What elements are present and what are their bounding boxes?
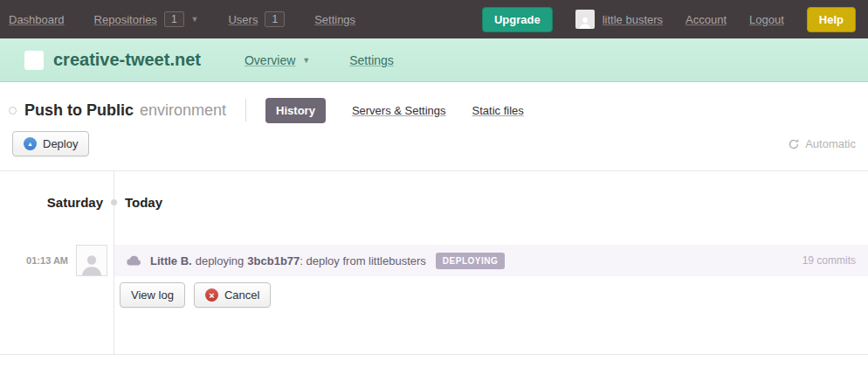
event-user-avatar <box>76 245 107 276</box>
person-icon <box>79 251 104 275</box>
site-nav-overview[interactable]: Overview ▼ <box>245 53 310 67</box>
event-message: : deploy from littlebusters <box>300 254 426 267</box>
nav-users-label[interactable]: Users <box>228 13 258 26</box>
site-favicon <box>24 51 44 70</box>
environment-type-label: environment <box>140 101 226 120</box>
current-user[interactable]: little busters <box>575 10 663 29</box>
site-nav-settings[interactable]: Settings <box>349 53 394 67</box>
event-time: 01:13 AM <box>26 255 68 266</box>
automatic-label: Automatic <box>805 137 856 150</box>
nav-dashboard[interactable]: Dashboard <box>9 13 65 26</box>
site-name: creative-tweet.net <box>53 50 201 70</box>
upgrade-button[interactable]: Upgrade <box>482 7 553 32</box>
commit-count: 19 commits <box>803 254 856 267</box>
topbar-right-nav: Upgrade little busters Account Logout He… <box>482 7 856 32</box>
nav-repositories[interactable]: Repositories 1 ▼ <box>94 11 199 27</box>
view-log-label: View log <box>131 288 174 302</box>
automatic-deploy-toggle[interactable]: Automatic <box>788 137 856 150</box>
deploy-toolbar: ▲ Deploy Automatic <box>0 121 868 156</box>
tab-history[interactable]: History <box>265 98 326 123</box>
chevron-down-icon[interactable]: ▼ <box>302 56 310 65</box>
nav-account[interactable]: Account <box>685 13 727 26</box>
tab-static-files[interactable]: Static files <box>472 104 524 117</box>
event-commit-hash: 3bcb1b77 <box>247 254 300 267</box>
user-avatar <box>575 10 595 29</box>
environment-status-icon <box>9 107 17 115</box>
deploy-button-label: Deploy <box>43 137 78 150</box>
divider <box>245 99 246 122</box>
current-day-label: Today <box>125 195 162 210</box>
timeline-day-headers: Saturday Today <box>0 195 868 210</box>
chevron-down-icon[interactable]: ▼ <box>191 15 199 24</box>
event-meta: 01:13 AM <box>0 245 114 276</box>
deploy-button[interactable]: ▲ Deploy <box>12 131 89 156</box>
nav-settings[interactable]: Settings <box>314 13 355 26</box>
cloud-icon <box>127 255 142 266</box>
status-badge: DEPLOYING <box>436 253 505 269</box>
site-header-bar: creative-tweet.net Overview ▼ Settings <box>0 38 868 82</box>
nav-repositories-label[interactable]: Repositories <box>94 13 157 26</box>
users-count-badge: 1 <box>265 11 285 27</box>
environment-name: Push to Public <box>24 101 134 120</box>
tab-servers-settings[interactable]: Servers & Settings <box>352 104 446 117</box>
deployment-event-row: 01:13 AM Little B. deploying 3bcb1b77 : … <box>0 245 868 276</box>
event-action: deploying <box>196 254 245 267</box>
previous-day-label: Saturday <box>0 195 103 210</box>
repositories-count-badge: 1 <box>164 11 184 27</box>
event-actor: Little B. <box>150 254 192 267</box>
help-button[interactable]: Help <box>807 7 856 32</box>
refresh-icon <box>788 138 800 150</box>
topbar-left-nav: Dashboard Repositories 1 ▼ Users 1 Setti… <box>9 11 355 27</box>
top-navigation-bar: Dashboard Repositories 1 ▼ Users 1 Setti… <box>0 0 868 38</box>
cancel-button[interactable]: × Cancel <box>194 282 271 308</box>
cancel-x-icon: × <box>205 288 218 302</box>
environment-header: Push to Public environment History Serve… <box>0 82 868 121</box>
timeline-dot <box>111 199 117 205</box>
event-action-buttons: View log × Cancel <box>120 282 271 308</box>
deployment-event[interactable]: Little B. deploying 3bcb1b77 : deploy fr… <box>114 245 868 276</box>
nav-logout[interactable]: Logout <box>749 13 784 26</box>
cancel-label: Cancel <box>224 288 259 302</box>
view-log-button[interactable]: View log <box>120 282 185 308</box>
deployment-timeline: Saturday Today 01:13 AM Little B. deploy… <box>0 170 868 355</box>
site-nav-overview-label[interactable]: Overview <box>245 53 295 67</box>
nav-users[interactable]: Users 1 <box>228 11 285 27</box>
person-icon <box>578 15 592 29</box>
deploy-up-arrow-icon: ▲ <box>24 137 37 150</box>
user-name-link[interactable]: little busters <box>603 13 663 26</box>
